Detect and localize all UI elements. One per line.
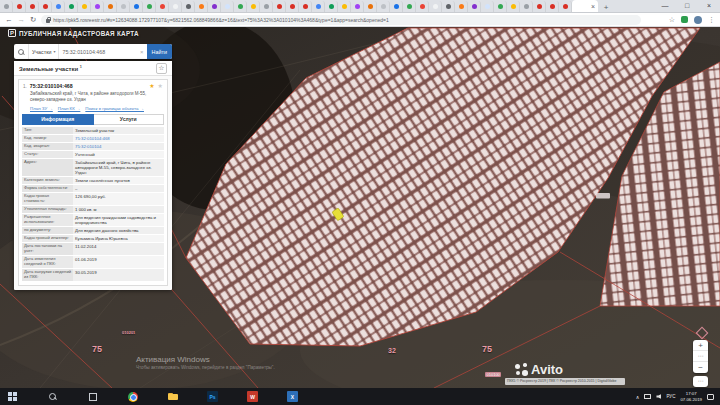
favorites-button[interactable]: ☆ — [156, 63, 167, 74]
browser-tab[interactable] — [91, 1, 104, 12]
info-value[interactable]: 75:32:010104 — [73, 143, 164, 150]
address-bar[interactable]: https://pkk5.rosreestr.ru/#x=12634088.17… — [41, 15, 641, 25]
language-indicator[interactable]: РУС — [666, 394, 675, 399]
notification-center-icon[interactable] — [707, 394, 714, 400]
browser-tab[interactable] — [507, 1, 520, 12]
parcel-link[interactable]: Поиск в границах объекта → — [85, 106, 144, 111]
close-window-icon[interactable]: × — [698, 0, 720, 12]
extension-icon[interactable] — [681, 16, 688, 23]
info-value: Для ведения гражданами садоводства и ого… — [73, 214, 164, 226]
clear-search-icon[interactable]: × — [137, 49, 147, 55]
browser-tab[interactable] — [26, 1, 39, 12]
browser-tab[interactable] — [78, 1, 91, 12]
browser-menu-icon[interactable]: ⋮ — [708, 16, 715, 24]
browser-tab[interactable] — [494, 1, 507, 12]
browser-tab[interactable] — [143, 1, 156, 12]
minimize-icon[interactable]: — — [654, 0, 676, 12]
browser-tab[interactable] — [39, 1, 52, 12]
result-index: 1. — [23, 84, 27, 89]
browser-tab[interactable] — [0, 1, 13, 12]
browser-tab[interactable] — [559, 1, 572, 12]
new-tab-button[interactable]: + — [600, 3, 612, 12]
start-button[interactable] — [6, 390, 19, 403]
parcel-link[interactable]: План КК → — [58, 106, 81, 111]
zoom-out-button[interactable]: − — [693, 362, 708, 373]
photoshop-button[interactable]: Ps — [206, 390, 219, 403]
browser-tab[interactable] — [312, 1, 325, 12]
info-row: Разрешенное использование:Для ведения гр… — [22, 214, 164, 227]
reload-icon[interactable]: ↻ — [30, 15, 36, 24]
taskbar-search-button[interactable] — [46, 390, 59, 403]
maximize-icon[interactable]: □ — [676, 0, 698, 12]
browser-tab[interactable] — [455, 1, 468, 12]
browser-tab[interactable] — [195, 1, 208, 12]
browser-tab[interactable] — [390, 1, 403, 12]
volume-icon[interactable] — [656, 394, 661, 399]
browser-tab[interactable] — [52, 1, 65, 12]
active-tab[interactable]: × — [572, 0, 598, 12]
cadastral-number[interactable]: 75:32:010104:468 — [30, 83, 73, 89]
bookmark-star-icon[interactable]: ☆ — [669, 16, 675, 24]
parcel-link[interactable]: План ЗУ → — [30, 106, 53, 111]
browser-tab[interactable] — [546, 1, 559, 12]
browser-tab[interactable] — [533, 1, 546, 12]
browser-tab[interactable] — [182, 1, 195, 12]
browser-tab[interactable] — [273, 1, 286, 12]
blue-app-button[interactable]: X — [286, 390, 299, 403]
clock[interactable]: 17:07 07.06.2019 — [680, 391, 702, 402]
close-tab-icon[interactable]: × — [591, 3, 595, 10]
browser-tab[interactable] — [351, 1, 364, 12]
secondary-star-icon[interactable]: ★ — [158, 83, 163, 89]
tray-chevron-icon[interactable]: ∧ — [636, 394, 640, 400]
info-value: Земли населённых пунктов — [73, 177, 164, 184]
browser-tab[interactable] — [156, 1, 169, 12]
browser-tab[interactable] — [286, 1, 299, 12]
browser-tab[interactable] — [13, 1, 26, 12]
info-value: Для ведения дачного хозяйства — [73, 227, 164, 234]
forward-icon[interactable]: → — [18, 15, 26, 24]
browser-tab[interactable] — [299, 1, 312, 12]
search-button[interactable]: Найти — [147, 44, 172, 59]
search-category-select[interactable]: Участки ▾ — [28, 44, 59, 59]
word-app-button[interactable]: W — [246, 390, 259, 403]
browser-tab[interactable] — [429, 1, 442, 12]
browser-tab[interactable] — [520, 1, 533, 12]
map-tools-button[interactable]: ⋯ — [693, 351, 708, 362]
browser-tab[interactable] — [377, 1, 390, 12]
task-view-button[interactable] — [86, 390, 99, 403]
file-explorer-button[interactable] — [166, 390, 179, 403]
back-icon[interactable]: ← — [5, 15, 13, 24]
browser-tab[interactable] — [117, 1, 130, 12]
browser-tab[interactable] — [364, 1, 377, 12]
browser-tab[interactable] — [442, 1, 455, 12]
browser-tab[interactable] — [481, 1, 494, 12]
browser-tab[interactable] — [130, 1, 143, 12]
browser-tab[interactable] — [169, 1, 182, 12]
browser-tab[interactable] — [221, 1, 234, 12]
browser-tab[interactable] — [468, 1, 481, 12]
url-text[interactable]: https://pkk5.rosreestr.ru/#x=12634088.17… — [53, 17, 388, 23]
browser-tab[interactable] — [234, 1, 247, 12]
windows-logo-icon — [8, 392, 17, 401]
profile-avatar[interactable] — [694, 16, 702, 24]
browser-tab[interactable] — [325, 1, 338, 12]
browser-tab[interactable] — [416, 1, 429, 12]
zoom-in-button[interactable]: + — [693, 340, 708, 351]
browser-tab[interactable] — [104, 1, 117, 12]
info-value[interactable]: 75:32:010104:468 — [73, 135, 164, 142]
tab-services[interactable]: Услуги — [94, 114, 165, 125]
info-label: Кад. квартал: — [22, 143, 73, 150]
map-more-button[interactable]: ⋯ — [693, 376, 708, 387]
star-icon: ☆ — [159, 64, 165, 72]
browser-tab[interactable] — [338, 1, 351, 12]
browser-tab[interactable] — [247, 1, 260, 12]
search-input[interactable]: 75:32:010104:468 — [59, 49, 137, 55]
browser-tab[interactable] — [260, 1, 273, 12]
browser-tab[interactable] — [65, 1, 78, 12]
browser-tab[interactable] — [403, 1, 416, 12]
browser-tab[interactable] — [208, 1, 221, 12]
chrome-taskbar-button[interactable] — [126, 390, 139, 403]
favorite-star-icon[interactable]: ★ — [149, 83, 154, 89]
network-icon[interactable] — [644, 394, 651, 399]
tab-information[interactable]: Информация — [22, 114, 94, 125]
